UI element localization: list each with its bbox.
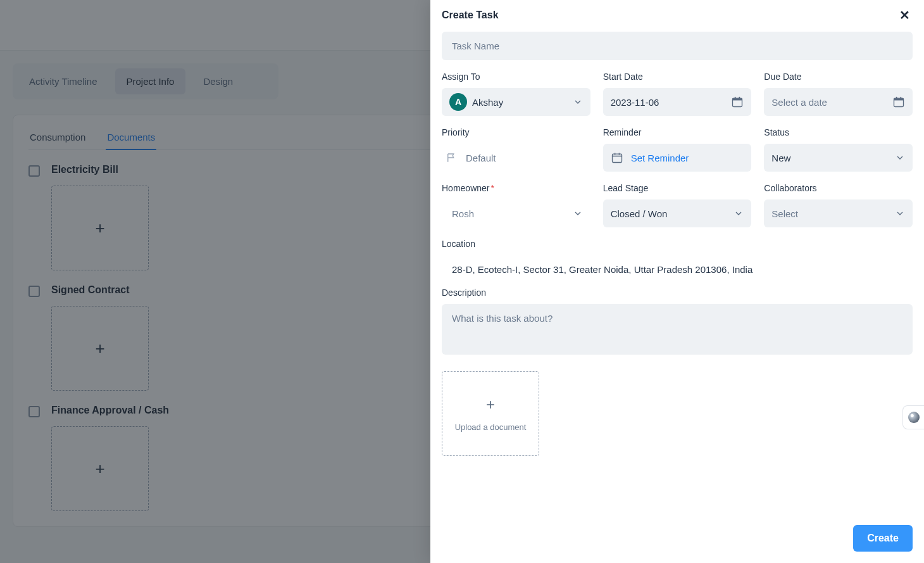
- collaborators-placeholder: Select: [771, 208, 798, 219]
- assignee-name: Akshay: [472, 97, 503, 108]
- label-location: Location: [442, 239, 913, 249]
- label-priority: Priority: [442, 127, 590, 137]
- calendar-icon: [731, 96, 744, 108]
- label-start-date: Start Date: [603, 72, 752, 82]
- location-value: 28-D, Ecotech-I, Sector 31, Greater Noid…: [442, 255, 913, 275]
- create-button[interactable]: Create: [853, 525, 913, 552]
- svg-rect-2: [735, 97, 736, 99]
- drawer-title: Create Task: [442, 9, 499, 21]
- flag-icon: [446, 152, 457, 163]
- status-select[interactable]: New: [764, 144, 913, 172]
- svg-rect-8: [612, 154, 621, 162]
- close-icon[interactable]: ✕: [897, 6, 913, 24]
- plus-icon: +: [486, 396, 495, 414]
- label-description: Description: [442, 288, 913, 298]
- required-asterisk: *: [490, 183, 494, 193]
- upload-document-box[interactable]: + Upload a document: [442, 371, 539, 456]
- start-date-input[interactable]: 2023-11-06: [603, 88, 752, 116]
- priority-select[interactable]: Default: [442, 144, 590, 172]
- start-date-value: 2023-11-06: [611, 97, 659, 108]
- description-textarea[interactable]: [442, 304, 913, 355]
- create-task-drawer: Create Task ✕ Assign To A Akshay Start D…: [430, 0, 924, 563]
- lead-stage-select[interactable]: Closed / Won: [603, 199, 752, 227]
- chevron-down-icon: [895, 208, 905, 218]
- label-lead-stage: Lead Stage: [603, 183, 752, 193]
- widget-dot-icon: [908, 412, 920, 423]
- label-collaborators: Collaborators: [764, 183, 913, 193]
- collaborators-select[interactable]: Select: [764, 199, 913, 227]
- chevron-down-icon: [734, 208, 744, 218]
- due-date-placeholder: Select a date: [771, 97, 827, 108]
- label-due-date: Due Date: [764, 72, 913, 82]
- assign-to-select[interactable]: A Akshay: [442, 88, 590, 116]
- calendar-icon: [611, 151, 623, 164]
- chevron-down-icon: [573, 97, 583, 107]
- reminder-action-text: Set Reminder: [631, 153, 689, 163]
- status-value: New: [771, 153, 790, 163]
- svg-rect-3: [739, 97, 740, 99]
- avatar: A: [449, 93, 467, 111]
- label-homeowner: Homeowner*: [442, 183, 590, 193]
- due-date-input[interactable]: Select a date: [764, 88, 913, 116]
- svg-rect-7: [901, 97, 902, 99]
- help-widget-bubble[interactable]: [902, 405, 924, 429]
- label-reminder: Reminder: [603, 127, 752, 137]
- label-assign-to: Assign To: [442, 72, 590, 82]
- upload-label: Upload a document: [455, 422, 527, 432]
- label-status: Status: [764, 127, 913, 137]
- chevron-down-icon: [895, 153, 905, 163]
- svg-rect-1: [733, 98, 742, 100]
- lead-stage-value: Closed / Won: [611, 208, 668, 219]
- chevron-down-icon: [573, 208, 583, 218]
- homeowner-select[interactable]: Rosh: [442, 199, 590, 227]
- set-reminder-button[interactable]: Set Reminder: [603, 144, 752, 172]
- svg-rect-5: [894, 98, 904, 100]
- calendar-icon: [892, 96, 905, 108]
- svg-rect-6: [896, 97, 897, 99]
- task-name-input[interactable]: [442, 32, 913, 60]
- priority-value: Default: [466, 153, 496, 163]
- homeowner-value: Rosh: [452, 208, 474, 219]
